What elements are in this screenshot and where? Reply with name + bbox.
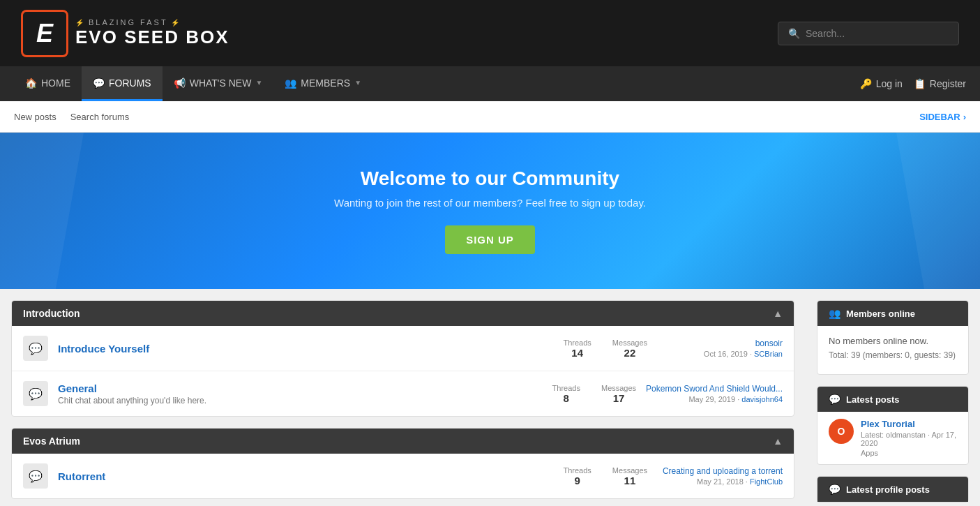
forums-icon: 💬 <box>93 77 105 89</box>
forum-latest: bonsoir Oct 16, 2019 · SCBrian <box>657 338 783 358</box>
table-row: 💬 Introduce Yourself Threads 14 Messages… <box>12 326 794 371</box>
header: E ⚡ BLAZING FAST ⚡ EVO SEED BOX 🔍 <box>0 0 980 66</box>
nav-forums[interactable]: 💬 FORUMS <box>82 66 163 101</box>
forum-name[interactable]: Introduce Yourself <box>58 343 554 355</box>
forum-stat-messages: Messages 22 <box>612 338 647 359</box>
forum-info: Rutorrent <box>58 470 554 482</box>
forum-icon: 💬 <box>23 336 48 361</box>
section-evos-atrium-title: Evos Atrium <box>23 436 80 447</box>
members-online-total: Total: 39 (members: 0, guests: 39) <box>829 350 957 360</box>
logo-subtitle: ⚡ BLAZING FAST ⚡ <box>75 18 229 27</box>
signup-button[interactable]: SIGN UP <box>445 225 535 254</box>
logo-text: ⚡ BLAZING FAST ⚡ EVO SEED BOX <box>75 18 229 48</box>
nav-whats-new-label: WHAT'S NEW <box>190 77 252 89</box>
forum-latest: Pokemon Sword And Shield Would... May 29… <box>646 384 783 403</box>
forum-stat-threads: Threads 9 <box>564 466 591 486</box>
register-label: Register <box>930 78 966 89</box>
welcome-banner: Welcome to our Community Wanting to join… <box>0 133 980 289</box>
section-introduction-header: Introduction ▲ <box>12 301 794 326</box>
sidebar-label: SIDEBAR <box>919 112 960 122</box>
forum-desc: Chit chat about anything you'd like here… <box>58 396 543 405</box>
nav-register[interactable]: 📋 Register <box>914 78 966 89</box>
forum-latest-user[interactable]: davisjohn64 <box>741 395 783 403</box>
forum-latest-meta: Oct 16, 2019 · SCBrian <box>657 350 783 358</box>
forum-name[interactable]: Rutorrent <box>58 470 554 482</box>
search-box[interactable]: 🔍 <box>778 22 959 45</box>
sidebar-button[interactable]: SIDEBAR › <box>919 112 966 122</box>
table-row: 💬 Rutorrent Threads 9 Messages 11 Creati… <box>12 454 794 498</box>
latest-post-tag[interactable]: Apps <box>861 449 957 457</box>
banner-subtitle: Wanting to join the rest of our members?… <box>14 197 966 209</box>
forum-latest-user[interactable]: FightClub <box>750 477 783 486</box>
banner-title: Welcome to our Community <box>14 168 966 190</box>
latest-posts-widget: 💬 Latest posts O Plex Turorial Latest: o… <box>817 386 969 465</box>
threads-label: Threads <box>564 466 591 475</box>
messages-value: 11 <box>612 475 647 486</box>
forum-latest-user[interactable]: SCBrian <box>754 350 783 358</box>
forum-info: General Chit chat about anything you'd l… <box>58 382 543 405</box>
search-forums-link[interactable]: Search forums <box>70 112 130 122</box>
forum-latest: Creating and uploading a torrent May 21,… <box>657 466 783 486</box>
forum-stat-messages: Messages 11 <box>612 466 647 486</box>
latest-profile-posts-widget: 💬 Latest profile posts <box>817 476 969 503</box>
threads-label: Threads <box>564 338 591 347</box>
sub-nav: New posts Search forums SIDEBAR › <box>0 101 980 133</box>
nav-home[interactable]: 🏠 HOME <box>14 66 82 101</box>
forum-latest-date: Oct 16, 2019 <box>704 350 748 358</box>
nav-whats-new[interactable]: 📢 WHAT'S NEW ▼ <box>163 66 274 101</box>
members-online-title: Members online <box>846 308 915 319</box>
login-icon: 🔑 <box>860 78 872 89</box>
threads-value: 9 <box>564 475 591 486</box>
avatar: O <box>829 419 854 444</box>
forum-stats: Threads 8 Messages 17 <box>552 384 637 404</box>
search-input[interactable] <box>806 28 949 39</box>
latest-profile-posts-header: 💬 Latest profile posts <box>817 477 968 502</box>
latest-profile-posts-icon: 💬 <box>829 484 840 495</box>
forum-stat-messages: Messages 17 <box>601 384 636 404</box>
forum-info: Introduce Yourself <box>58 343 554 355</box>
threads-value: 14 <box>564 347 591 359</box>
nav-login[interactable]: 🔑 Log in <box>860 78 903 89</box>
forum-latest-title[interactable]: Creating and uploading a torrent <box>657 466 783 476</box>
messages-label: Messages <box>601 384 636 392</box>
threads-label: Threads <box>552 384 580 392</box>
collapse-introduction-button[interactable]: ▲ <box>773 308 783 319</box>
members-online-header: 👥 Members online <box>817 301 968 326</box>
latest-post-info: Plex Turorial Latest: oldmanstan · Apr 1… <box>861 419 957 457</box>
login-label: Log in <box>876 78 903 89</box>
list-item: O Plex Turorial Latest: oldmanstan · Apr… <box>817 412 968 464</box>
logo-area: E ⚡ BLAZING FAST ⚡ EVO SEED BOX <box>21 10 229 57</box>
nav-members[interactable]: 👥 MEMBERS ▼ <box>273 66 372 101</box>
nav-right: 🔑 Log in 📋 Register <box>860 66 966 101</box>
content-area: Introduction ▲ 💬 Introduce Yourself Thre… <box>0 289 806 506</box>
forum-latest-title[interactable]: bonsoir <box>657 338 783 348</box>
latest-posts-icon: 💬 <box>829 394 840 405</box>
members-online-widget: 👥 Members online No members online now. … <box>817 300 969 375</box>
messages-label: Messages <box>612 338 647 347</box>
latest-posts-header: 💬 Latest posts <box>817 387 968 412</box>
whats-new-dropdown-icon: ▼ <box>255 79 262 87</box>
nav-left: 🏠 HOME 💬 FORUMS 📢 WHAT'S NEW ▼ 👥 MEMBERS… <box>14 66 372 101</box>
threads-value: 8 <box>552 392 580 404</box>
collapse-evos-atrium-button[interactable]: ▲ <box>773 436 783 447</box>
home-icon: 🏠 <box>25 77 37 89</box>
search-icon: 🔍 <box>788 28 800 39</box>
section-evos-atrium: Evos Atrium ▲ 💬 Rutorrent Threads 9 Mess… <box>11 428 794 499</box>
forum-icon: 💬 <box>23 463 48 489</box>
forum-icon: 💬 <box>23 381 48 406</box>
logo-subtitle-text: BLAZING FAST <box>89 18 168 27</box>
latest-post-title[interactable]: Plex Turorial <box>861 419 957 429</box>
nav-home-label: HOME <box>41 77 70 89</box>
logo-box: E <box>21 10 68 57</box>
register-icon: 📋 <box>914 78 926 89</box>
forum-latest-date: May 21, 2018 <box>697 477 744 486</box>
forum-latest-title[interactable]: Pokemon Sword And Shield Would... <box>646 384 783 394</box>
members-dropdown-icon: ▼ <box>354 79 361 87</box>
forum-name[interactable]: General <box>58 382 543 394</box>
forum-stats: Threads 14 Messages 22 <box>564 338 648 359</box>
new-posts-link[interactable]: New posts <box>14 112 56 122</box>
section-introduction-title: Introduction <box>23 308 80 319</box>
table-row: 💬 General Chit chat about anything you'd… <box>12 371 794 416</box>
lightning-right: ⚡ <box>171 19 181 27</box>
forum-latest-date: May 29, 2019 <box>688 395 735 403</box>
